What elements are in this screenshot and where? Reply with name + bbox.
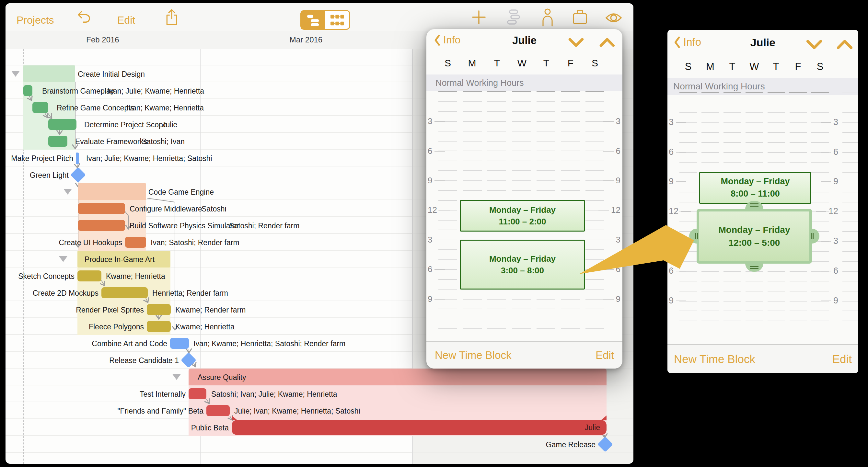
task-resources: Ivan; Julie; Kwame; Henrietta [107,87,204,96]
chevron-up-icon[interactable] [599,38,615,47]
task-bar[interactable] [147,321,171,332]
hour-label: 6 [821,147,838,157]
hour-label: 6 [669,266,686,276]
group-bar[interactable] [189,369,607,386]
disclosure-triangle[interactable] [59,256,67,262]
hour-label: 6 [428,264,445,274]
time-block-hours: 11:00 – 2:00 [461,216,584,227]
task-bar[interactable] [23,85,32,96]
task-bar[interactable] [232,420,607,435]
hour-label: 3 [669,117,686,127]
new-time-block-button[interactable]: New Time Block [674,353,755,366]
time-block-days: Monday – Friday [461,204,584,216]
task-bar[interactable] [32,102,48,113]
hour-label: 3 [603,116,620,126]
panel-header: Info Julie [668,30,858,55]
bar-end-spike [601,415,607,420]
task-resources: Henrietta; Render farm [152,289,228,298]
disclosure-triangle[interactable] [11,71,20,77]
task-bar[interactable] [207,405,230,416]
hour-label: 12 [816,206,838,216]
day-header: S [817,61,824,72]
tab-gantt-view[interactable] [301,11,325,29]
task-label: Sketch Concepts [5,272,74,281]
task-bar[interactable] [147,304,171,315]
tab-network-view[interactable] [325,11,349,29]
edit-button[interactable]: Edit [117,14,135,26]
day-header: S [444,58,451,69]
hour-label: 9 [603,175,620,186]
task-bar[interactable] [189,388,207,399]
task-label: Public Beta [105,424,229,432]
time-block-hours: 3:00 – 8:00 [461,265,584,276]
chevron-down-icon[interactable] [806,39,822,49]
chevron-down-icon[interactable] [568,38,584,47]
task-resources: Satoshi; Ivan; Julie; Kwame; Henrietta [211,390,337,399]
hour-label: 9 [428,175,445,186]
hour-label: 6 [603,146,620,156]
bar-end-spike [232,415,238,420]
task-label: Code Game Engine [148,188,214,197]
time-block-days: Monday – Friday [700,175,810,188]
task-resources: Ivan; Kwame; Henrietta [126,104,204,112]
undo-icon[interactable] [77,10,92,24]
time-block[interactable]: Monday – Friday 11:00 – 2:00 [460,200,585,232]
time-block-selected[interactable]: Monday – Friday 12:00 – 5:00 [696,209,812,264]
task-bar[interactable] [78,203,125,214]
task-bar[interactable] [125,237,146,248]
task-bar[interactable] [76,153,79,164]
edit-button[interactable]: Edit [595,349,614,361]
task-label: Produce In-Game Art [85,255,155,264]
time-block-hours: 8:00 – 11:00 [700,188,810,200]
inspector-briefcase-icon[interactable] [572,9,588,25]
task-bar[interactable] [101,287,148,298]
task-bar[interactable] [170,338,189,349]
task-bar[interactable] [78,270,101,281]
chevron-up-icon[interactable] [837,39,853,49]
day-header: F [795,61,801,72]
projects-back-button[interactable]: Projects [17,14,54,26]
hour-label: 9 [669,296,686,306]
share-icon[interactable] [164,8,179,26]
day-header: M [706,61,714,72]
midnight-line [679,92,829,93]
task-label: Build Software Physics Simulator [130,222,239,230]
task-label: Brainstorm Gameplay [42,87,114,96]
hour-label: 3 [821,236,838,246]
time-block[interactable]: Monday – Friday 3:00 – 8:00 [460,240,585,290]
group-bar[interactable] [23,65,75,82]
edit-button[interactable]: Edit [832,353,852,366]
task-label: Test Internally [63,390,186,399]
task-label: Refine Game Concepts [57,104,134,112]
day-column-partial [842,93,858,330]
new-time-block-button[interactable]: New Time Block [435,349,512,361]
popover-footer: New Time Block Edit [426,341,622,369]
disclosure-triangle[interactable] [63,189,72,195]
day-header: S [685,61,692,72]
disclosure-triangle[interactable] [173,374,181,380]
task-resources: Satoshi [202,205,226,213]
task-resources: Kwame; Henrietta [106,272,165,281]
task-label: Combine Art and Code [44,339,167,348]
day-header: T [494,58,500,69]
day-header: W [518,58,527,69]
hour-label: 12 [428,205,450,215]
resources-icon[interactable] [540,8,555,27]
time-block-hours: 12:00 – 5:00 [699,236,809,249]
hour-label: 9 [603,294,620,304]
task-label: Game Release [472,440,595,449]
add-task-icon[interactable] [471,10,486,25]
resource-title: Julie [426,34,622,47]
day-header: T [729,61,736,72]
task-label: Assure Quality [198,373,246,382]
task-label: Release Candidate 1 [56,356,179,365]
time-block[interactable]: Monday – Friday 8:00 – 11:00 [699,172,811,204]
view-options-eye-icon[interactable] [605,12,622,24]
task-bar[interactable] [78,220,125,231]
group-bar[interactable] [78,183,146,200]
popover-header: Info Julie [426,29,622,52]
hour-label: 9 [821,296,838,306]
network-view-icon [330,13,345,27]
task-bar[interactable] [48,136,67,147]
task-bar[interactable] [48,119,76,130]
